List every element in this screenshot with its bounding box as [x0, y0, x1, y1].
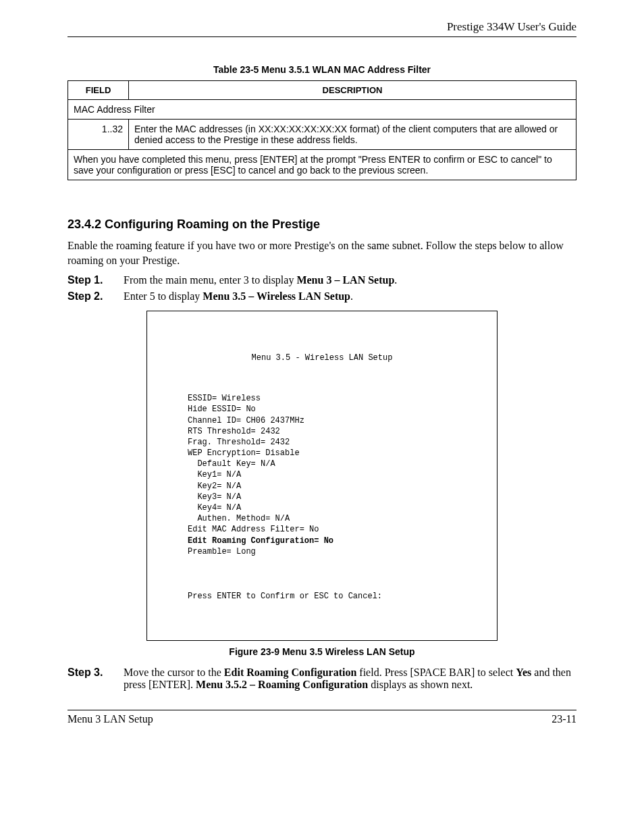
row-footer-note: When you have completed this menu, press… — [68, 150, 576, 180]
menu-name: Menu 3 – LAN Setup — [296, 274, 394, 286]
line: Hide ESSID= No — [188, 405, 256, 414]
step-2: Step 2. Enter 5 to display Menu 3.5 – Wi… — [68, 290, 576, 303]
text: Enter 5 to display — [124, 290, 203, 302]
text: . — [350, 290, 353, 302]
field-name: Edit Roaming Configuration — [224, 667, 356, 678]
text: Move the cursor to the — [124, 667, 224, 678]
line: RTS Threshold= 2432 — [188, 427, 280, 436]
step-1-label: Step 1. — [68, 274, 111, 286]
row-mac-address-filter: MAC Address Filter — [68, 100, 576, 120]
line: Default Key= N/A — [188, 459, 275, 469]
terminal-screenshot: Menu 3.5 - Wireless LAN Setup ESSID= Wir… — [146, 311, 498, 641]
page-footer: Menu 3 LAN Setup 23-11 — [68, 710, 576, 725]
line: Frag. Threshold= 2432 — [188, 438, 290, 447]
line: ESSID= Wireless — [188, 394, 261, 403]
line-roaming-bold: Edit Roaming Configuration= No — [188, 536, 333, 546]
line: Key4= N/A — [188, 503, 241, 513]
text: From the main menu, enter 3 to display — [124, 274, 296, 286]
text: ] to select — [471, 667, 516, 678]
menu-name: Menu 3.5.2 – Roaming Configuration — [196, 679, 368, 690]
text: ]. — [187, 679, 196, 690]
line: Key3= N/A — [188, 492, 241, 502]
footer-right: 23-11 — [552, 713, 576, 725]
step-1: Step 1. From the main menu, enter 3 to d… — [68, 274, 576, 286]
th-description: DESCRIPTION — [129, 81, 576, 100]
key-name: SPACE BAR — [414, 667, 471, 678]
row-range-field: 1..32 — [68, 120, 129, 150]
terminal-title: Menu 3.5 - Wireless LAN Setup — [188, 353, 456, 363]
value-yes: Yes — [516, 667, 531, 678]
page: Prestige 334W User's Guide Table 23-5 Me… — [0, 0, 644, 834]
line: WEP Encryption= Disable — [188, 448, 300, 458]
figure-caption: Figure 23-9 Menu 3.5 Wireless LAN Setup — [68, 646, 576, 657]
step-2-body: Enter 5 to display Menu 3.5 – Wireless L… — [124, 290, 576, 303]
text: displays as shown next. — [368, 679, 473, 690]
page-header: Prestige 334W User's Guide — [68, 20, 576, 37]
line: Edit MAC Address Filter= No — [188, 525, 319, 534]
terminal-footer: Press ENTER to Confirm or ESC to Cancel: — [188, 591, 456, 602]
line: Key1= N/A — [188, 470, 241, 479]
line: Channel ID= CH06 2437MHz — [188, 416, 304, 425]
guide-title: Prestige 334W User's Guide — [447, 20, 576, 33]
th-field: FIELD — [68, 81, 129, 100]
line: Authen. Method= N/A — [188, 514, 290, 523]
step-2-label: Step 2. — [68, 290, 111, 303]
step-3-body: Move the cursor to the Edit Roaming Conf… — [124, 667, 576, 691]
step-3-label: Step 3. — [68, 667, 111, 691]
menu-name: Menu 3.5 – Wireless LAN Setup — [203, 290, 350, 302]
table-caption: Table 23-5 Menu 3.5.1 WLAN MAC Address F… — [68, 64, 576, 75]
terminal-body: ESSID= Wireless Hide ESSID= No Channel I… — [188, 393, 456, 557]
row-range-desc: Enter the MAC addresses (in XX:XX:XX:XX:… — [129, 120, 576, 150]
mac-filter-table: FIELD DESCRIPTION MAC Address Filter 1..… — [68, 80, 576, 180]
step-3: Step 3. Move the cursor to the Edit Roam… — [68, 667, 576, 691]
section-intro: Enable the roaming feature if you have t… — [68, 238, 576, 267]
footer-left: Menu 3 LAN Setup — [68, 713, 153, 725]
step-1-body: From the main menu, enter 3 to display M… — [124, 274, 576, 286]
section-heading: 23.4.2 Configuring Roaming on the Presti… — [68, 217, 576, 232]
text: . — [394, 274, 397, 286]
text: field. Press [ — [356, 667, 413, 678]
key-name: ENTER — [152, 679, 187, 690]
line: Key2= N/A — [188, 481, 241, 491]
line: Preamble= Long — [188, 547, 256, 556]
